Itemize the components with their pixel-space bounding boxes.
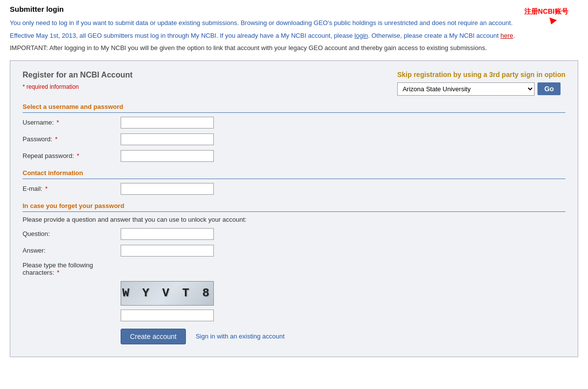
required-star: *: [23, 83, 25, 90]
create-account-button[interactable]: Create account: [121, 329, 186, 344]
page-title: Submitter login: [10, 5, 578, 13]
email-required-star: *: [45, 185, 48, 192]
form-header-right: Skip registration by using a 3rd party s…: [397, 71, 565, 96]
captcha-input-row: [23, 310, 565, 321]
info-line2-pre: Effective May 1st, 2013, all GEO submitt…: [10, 32, 355, 39]
form-header-left: Register for an NCBI Account * required …: [23, 71, 132, 90]
annotation-container: Submitter login 注册NCBI账号: [10, 5, 578, 13]
info-line2-end: .: [513, 32, 515, 39]
info-line2-mid: . Otherwise, please create a My NCBI acc…: [368, 32, 500, 39]
username-input[interactable]: [121, 117, 214, 129]
third-party-select[interactable]: Arizona State University: [397, 82, 535, 96]
captcha-label-row: Please type the following characters: *: [23, 261, 565, 276]
question-input[interactable]: [121, 228, 214, 240]
answer-row: Answer:: [23, 245, 565, 257]
go-button[interactable]: Go: [537, 82, 561, 95]
action-row: Create account Sign in with an existing …: [121, 329, 565, 344]
login-link[interactable]: login: [355, 32, 368, 39]
info-line1: You only need to log in if you want to s…: [10, 18, 578, 28]
captcha-label: Please type the following characters: *: [23, 261, 121, 276]
password-required-star: *: [55, 135, 57, 143]
repeat-password-row: Repeat password: *: [23, 150, 565, 162]
answer-label: Answer:: [23, 247, 121, 254]
password-label: Password: *: [23, 135, 121, 143]
info-line2: Effective May 1st, 2013, all GEO submitt…: [10, 31, 578, 41]
question-label: Question:: [23, 230, 121, 237]
skip-text: Skip registration by using a 3rd party s…: [397, 71, 565, 78]
email-input[interactable]: [121, 183, 214, 195]
forgot-description: Please provide a question and answer tha…: [23, 216, 565, 223]
important-text: IMPORTANT: After logging in to My NCBI y…: [10, 43, 578, 53]
question-row: Question:: [23, 228, 565, 240]
form-header: Register for an NCBI Account * required …: [23, 71, 565, 96]
annotation-text: 注册NCBI账号: [524, 7, 568, 16]
section-forgot: In case you forget your password: [23, 202, 565, 212]
required-note: * required information: [23, 83, 132, 90]
captcha-required-star: *: [57, 269, 59, 276]
password-input[interactable]: [121, 133, 214, 145]
answer-input[interactable]: [121, 245, 214, 257]
section-contact: Contact information: [23, 169, 565, 179]
username-row: Username: *: [23, 117, 565, 129]
registration-form-box: Register for an NCBI Account * required …: [10, 60, 578, 357]
third-party-row: Arizona State University Go: [397, 82, 565, 96]
signin-link[interactable]: Sign in with an existing account: [196, 333, 284, 340]
username-required-star: *: [56, 119, 59, 126]
repeat-password-required-star: *: [77, 152, 79, 159]
section-credentials: Select a username and password: [23, 103, 565, 113]
register-title: Register for an NCBI Account: [23, 71, 132, 79]
here-link[interactable]: here: [501, 32, 513, 39]
email-row: E-mail: *: [23, 183, 565, 195]
username-label: Username: *: [23, 119, 121, 126]
password-row: Password: *: [23, 133, 565, 145]
required-text: required information: [26, 83, 79, 90]
repeat-password-input[interactable]: [121, 150, 214, 162]
repeat-password-label: Repeat password: *: [23, 152, 121, 159]
captcha-input[interactable]: [121, 310, 214, 321]
captcha-image: W Y V T 8: [121, 281, 214, 306]
email-label: E-mail: *: [23, 185, 121, 192]
